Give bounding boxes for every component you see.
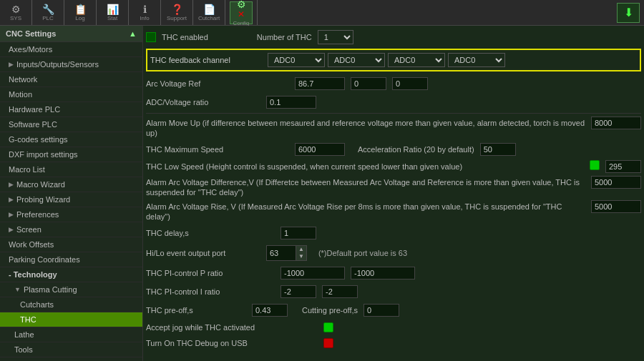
toolbar: ⚙ SYS 🔧 PLC 📋 Log 📊 Stat ℹ Info ❓ Suppor… [0, 0, 644, 26]
alarm-move-up-input[interactable] [591, 117, 641, 129]
arrow-icon-probing: ▶ [9, 196, 14, 203]
thc-preoff-input[interactable] [252, 304, 288, 317]
hilo-down-btn[interactable]: ▼ [296, 253, 306, 260]
feedback-channel-select-4[interactable]: ADC0ADC1ADC2ADC3 [448, 53, 505, 67]
sidebar-scroll-up[interactable]: ▲ [129, 29, 137, 38]
thc-pi-i-input2[interactable] [322, 285, 358, 298]
thc-pi-i-input1[interactable] [280, 285, 316, 298]
support-icon: ❓ [171, 4, 183, 14]
thc-delay-row: THC delay,s [146, 225, 641, 241]
thc-low-speed-input[interactable] [605, 160, 641, 173]
accel-ratio-input[interactable] [480, 143, 516, 156]
cutchart-btn[interactable]: 📄 Cutchart [197, 1, 220, 24]
arc-voltage-ref-input[interactable] [295, 77, 345, 90]
sidebar-label-plasma-cutting: Plasma Cutting [24, 285, 77, 294]
sidebar-item-motion[interactable]: Motion [0, 87, 142, 102]
alarm-arc-rise-label: Alarm Arc Voltage Rise, V (If Measured A… [146, 200, 585, 222]
sidebar-item-technology[interactable]: - Technology [0, 267, 142, 282]
sidebar-item-software-plc[interactable]: Software PLC [0, 117, 142, 132]
thc-pi-p-row: THC PI-control P ratio [146, 265, 641, 281]
sidebar-item-gcodes[interactable]: G-codes settings [0, 132, 142, 147]
sidebar-item-work-offsets[interactable]: Work Offsets [0, 237, 142, 252]
thc-delay-label: THC delay,s [146, 229, 275, 237]
hilo-port-input[interactable] [267, 247, 296, 259]
sidebar-item-inputs-outputs[interactable]: ▶ Inputs/Outputs/Sensors [0, 57, 142, 72]
support-section: ❓ Support [161, 0, 193, 25]
info-section: ℹ Info [129, 0, 161, 25]
adc-voltage-input[interactable] [266, 96, 316, 109]
sidebar-item-tools[interactable]: Tools [0, 342, 142, 357]
thc-pi-i-label: THC PI-control I ratio [146, 287, 275, 296]
thc-pi-p-input2[interactable] [351, 267, 415, 280]
stat-icon: 📊 [107, 4, 119, 14]
thc-delay-input[interactable] [280, 227, 316, 239]
sidebar-label-cutcharts: Cutcharts [20, 300, 54, 309]
arrow-icon: ▶ [9, 61, 14, 68]
thc-enabled-checkbox[interactable] [146, 32, 156, 42]
hilo-up-btn[interactable]: ▲ [296, 246, 306, 253]
info-btn[interactable]: ℹ Info [133, 1, 156, 24]
hilo-port-label: Hi/Lo event output port [146, 249, 260, 257]
cutting-preoff-input[interactable] [364, 304, 399, 317]
sidebar-item-dxf-import[interactable]: DXF import settings [0, 147, 142, 162]
feedback-channel-row: THC feedback channel ADC0ADC1ADC2ADC3 AD… [150, 53, 637, 67]
sidebar-item-thc[interactable]: THC [0, 312, 142, 327]
sidebar-item-spindle[interactable]: Spindle [0, 357, 142, 361]
plc-icon: 🔧 [42, 4, 54, 14]
thc-pi-p-input1[interactable] [280, 267, 345, 280]
number-of-thc-select[interactable]: 1234 [318, 30, 353, 44]
sidebar-item-axes-motors[interactable]: Axes/Motors [0, 42, 142, 57]
arrow-icon-screen: ▶ [9, 226, 14, 233]
number-of-thc-label: Number of THC [257, 33, 312, 41]
sidebar-item-parking-coords[interactable]: Parking Coordinates [0, 252, 142, 267]
arc-voltage-ref-input3[interactable] [392, 77, 428, 90]
arc-voltage-ref-label: Arc Voltage Ref [146, 79, 289, 88]
support-label: Support [167, 15, 187, 21]
thc-debug-led[interactable] [323, 338, 333, 348]
sidebar-item-preferences[interactable]: ▶ Preferences [0, 207, 142, 222]
sidebar-item-plasma-cutting[interactable]: ▼ Plasma Cutting [0, 282, 142, 297]
download-btn[interactable]: ⬇ [617, 3, 640, 23]
log-label: Log [75, 15, 84, 21]
main-layout: CNC Settings ▲ Axes/Motors ▶ Inputs/Outp… [0, 26, 644, 361]
alarm-arc-diff-label: Alarm Arc Voltage Difference,V (If Diffe… [146, 176, 585, 198]
config-btn[interactable]: ⚙ ✕ Config [230, 1, 253, 24]
sidebar-item-macro-wizard[interactable]: ▶ Macro Wizard [0, 177, 142, 192]
plc-btn[interactable]: 🔧 PLC [36, 1, 59, 24]
thc-pi-i-row: THC PI-control I ratio [146, 284, 641, 300]
feedback-channel-select-3[interactable]: ADC0ADC1ADC2ADC3 [388, 53, 445, 67]
alarm-move-up-row: Alarm Move Up (if difference between mes… [146, 117, 641, 139]
sys-icon: ⚙ [11, 4, 21, 14]
arrow-icon-plasma: ▼ [14, 286, 21, 293]
feedback-channel-select-1[interactable]: ADC0ADC1ADC2ADC3 [268, 53, 325, 67]
log-btn[interactable]: 📋 Log [69, 1, 92, 24]
alarm-arc-rise-input[interactable] [591, 200, 641, 213]
sidebar-item-probing-wizard[interactable]: ▶ Probing Wizard [0, 192, 142, 207]
accept-jog-led[interactable] [323, 322, 333, 332]
thc-max-speed-input[interactable] [295, 143, 345, 156]
support-btn[interactable]: ❓ Support [165, 1, 188, 24]
stat-btn[interactable]: 📊 Stat [101, 1, 124, 24]
arc-voltage-ref-input2[interactable] [351, 77, 386, 90]
sidebar-label-software-plc: Software PLC [9, 120, 57, 129]
sidebar-label-gcodes: G-codes settings [9, 135, 68, 144]
alarm-arc-diff-row: Alarm Arc Voltage Difference,V (If Diffe… [146, 176, 641, 198]
adc-voltage-label: ADC/Voltage ratio [146, 98, 260, 107]
sidebar-item-screen[interactable]: ▶ Screen [0, 222, 142, 237]
sidebar-item-hardware-plc[interactable]: Hardware PLC [0, 102, 142, 117]
sidebar-item-cutcharts[interactable]: Cutcharts [0, 297, 142, 312]
arrow-icon-macro: ▶ [9, 181, 14, 188]
sidebar-title: CNC Settings [6, 29, 56, 38]
thc-pi-p-label: THC PI-control P ratio [146, 269, 275, 277]
sidebar-item-lathe[interactable]: Lathe [0, 327, 142, 342]
thc-max-speed-label: THC Maximum Speed [146, 145, 289, 154]
download-icon: ⬇ [624, 6, 633, 19]
sidebar-item-macro-list[interactable]: Macro List [0, 162, 142, 177]
alarm-arc-diff-input[interactable] [591, 176, 641, 189]
sys-btn[interactable]: ⚙ SYS [4, 1, 27, 24]
sidebar-label-hardware-plc: Hardware PLC [9, 105, 60, 114]
cutchart-section: 📄 Cutchart [193, 0, 225, 25]
sidebar-item-network[interactable]: Network [0, 72, 142, 87]
feedback-channel-select-2[interactable]: ADC0ADC1ADC2ADC3 [328, 53, 385, 67]
sidebar-label-macro-wizard: Macro Wizard [16, 180, 65, 189]
